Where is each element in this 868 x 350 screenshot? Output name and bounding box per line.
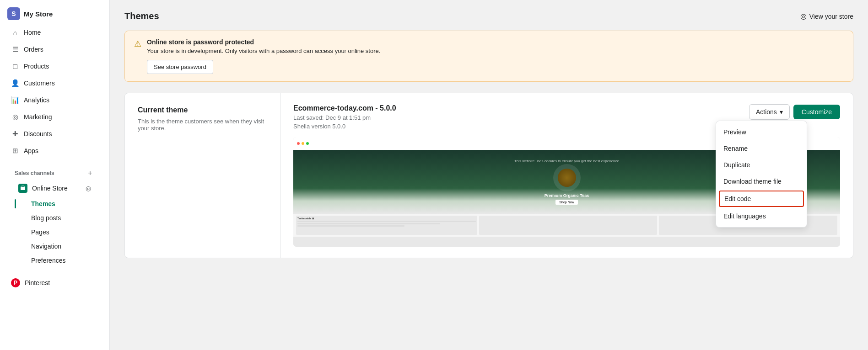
discounts-icon: ✚	[11, 130, 19, 138]
sub-nav-blog-posts[interactable]: Blog posts	[11, 211, 98, 225]
pinterest-item[interactable]: P Pinterest	[4, 275, 106, 291]
current-theme-info: Current theme This is the theme customer…	[125, 93, 280, 258]
current-theme-header: Current theme This is the theme customer…	[125, 93, 853, 258]
eye-icon-header: ◎	[800, 12, 807, 21]
view-store-link[interactable]: ◎ View your store	[800, 12, 853, 21]
current-theme-title: Current theme	[138, 106, 267, 114]
dropdown-edit-code[interactable]: Edit code	[719, 191, 804, 207]
dropdown-edit-languages-label: Edit languages	[723, 212, 766, 220]
theme-info: Ecommerce-today.com - 5.0.0 Last saved: …	[293, 104, 396, 130]
actions-label: Actions	[756, 108, 777, 116]
preview-cta: Shop Now	[555, 200, 577, 205]
sub-nav-blog-posts-label: Blog posts	[31, 214, 61, 222]
theme-last-saved: Last saved: Dec 9 at 1:51 pm	[293, 114, 396, 121]
theme-actions: Actions ▾ Customize	[749, 104, 840, 120]
alert-description: Your store is in development. Only visit…	[147, 48, 380, 54]
sidebar-item-customers-label: Customers	[24, 80, 55, 87]
dropdown-download[interactable]: Download theme file	[716, 173, 807, 190]
main-content: Themes ◎ View your store ⚠ Online store …	[110, 0, 868, 350]
dropdown-edit-code-label: Edit code	[724, 195, 751, 202]
add-channel-button[interactable]: +	[86, 169, 95, 178]
sub-nav-preferences-label: Preferences	[31, 257, 65, 264]
sidebar-item-analytics-label: Analytics	[24, 96, 49, 104]
sidebar-item-customers[interactable]: 👤 Customers	[4, 75, 106, 91]
sidebar-item-orders-label: Orders	[24, 46, 43, 53]
preview-dot-green	[306, 142, 309, 145]
theme-name: Ecommerce-today.com - 5.0.0	[293, 104, 396, 112]
sidebar-item-analytics[interactable]: 📊 Analytics	[4, 92, 106, 108]
current-theme-section: Current theme This is the theme customer…	[124, 93, 853, 258]
customize-button[interactable]: Customize	[793, 105, 840, 119]
actions-button[interactable]: Actions ▾	[749, 104, 790, 120]
preview-dot-yellow	[302, 142, 304, 145]
sidebar-item-home-label: Home	[24, 29, 41, 36]
sidebar-item-products[interactable]: ◻ Products	[4, 58, 106, 74]
customers-icon: 👤	[11, 79, 19, 87]
actions-dropdown: Preview Rename Duplicate Download theme …	[716, 121, 807, 228]
sub-nav-navigation-label: Navigation	[31, 243, 61, 250]
current-theme-desc: This is the theme customers see when the…	[138, 118, 267, 132]
dropdown-rename-label: Rename	[723, 145, 748, 152]
sidebar-item-apps-label: Apps	[24, 147, 38, 154]
sidebar-item-apps[interactable]: ⊞ Apps	[4, 143, 106, 159]
orders-icon: ☰	[11, 45, 19, 53]
main-nav: ⌂ Home ☰ Orders ◻ Products 👤 Customers 📊…	[0, 24, 109, 159]
sub-nav-themes[interactable]: Themes	[11, 197, 98, 211]
sidebar-item-discounts-label: Discounts	[24, 130, 52, 138]
apps-icon: ⊞	[11, 147, 19, 155]
sub-nav-pages-label: Pages	[31, 228, 49, 236]
store-name: My Store	[24, 10, 53, 18]
page-header: Themes ◎ View your store	[124, 11, 853, 21]
current-theme-card: Ecommerce-today.com - 5.0.0 Last saved: …	[280, 93, 853, 258]
dropdown-rename[interactable]: Rename	[716, 140, 807, 157]
analytics-icon: 📊	[11, 96, 19, 104]
preview-dot-red	[297, 142, 300, 145]
sub-nav-navigation[interactable]: Navigation	[11, 239, 98, 253]
eye-icon: ◎	[86, 185, 91, 192]
svg-rect-0	[21, 187, 25, 190]
dropdown-duplicate-label: Duplicate	[723, 161, 750, 169]
sales-channels-section: Sales channels + Online Store ◎ Themes B…	[7, 165, 102, 268]
alert-content: Online store is password protected Your …	[147, 38, 380, 74]
sidebar-item-marketing[interactable]: ◎ Marketing	[4, 109, 106, 125]
dropdown-preview-label: Preview	[723, 128, 746, 136]
warning-icon: ⚠	[134, 39, 141, 49]
preview-subtitle: This website uses cookies to ensure you …	[514, 159, 619, 163]
sidebar-item-discounts[interactable]: ✚ Discounts	[4, 126, 106, 142]
chevron-down-icon: ▾	[780, 108, 783, 116]
dropdown-edit-languages[interactable]: Edit languages	[716, 208, 807, 224]
page-title: Themes	[124, 11, 159, 21]
online-store-item[interactable]: Online Store ◎	[11, 180, 98, 196]
sales-channels-label: Sales channels	[15, 170, 54, 176]
sidebar-item-home[interactable]: ⌂ Home	[4, 24, 106, 41]
preview-testimonials-label: Testimonials ⊞	[297, 217, 476, 220]
online-store-icon	[18, 184, 27, 193]
dropdown-duplicate[interactable]: Duplicate	[716, 157, 807, 173]
view-store-label: View your store	[809, 13, 853, 20]
sidebar-item-products-label: Products	[24, 63, 49, 70]
sidebar-item-marketing-label: Marketing	[24, 113, 52, 121]
sub-nav-preferences[interactable]: Preferences	[11, 254, 98, 267]
alert-title: Online store is password protected	[147, 38, 380, 46]
preview-bowl	[553, 164, 581, 191]
sidebar-item-orders[interactable]: ☰ Orders	[4, 41, 106, 58]
preview-hero-text: Premium Organic Teas	[545, 193, 589, 198]
marketing-icon: ◎	[11, 113, 19, 121]
shop-icon: S	[7, 7, 20, 20]
alert-banner: ⚠ Online store is password protected You…	[124, 31, 853, 82]
sidebar: S My Store ⌂ Home ☰ Orders ◻ Products 👤 …	[0, 0, 110, 350]
products-icon: ◻	[11, 62, 19, 70]
sub-nav-pages[interactable]: Pages	[11, 225, 98, 239]
home-icon: ⌂	[11, 28, 19, 37]
sub-nav-themes-label: Themes	[31, 200, 55, 207]
pinterest-icon: P	[11, 278, 20, 287]
see-password-button[interactable]: See store password	[147, 60, 213, 74]
dropdown-download-label: Download theme file	[723, 178, 782, 185]
online-store-label: Online Store	[32, 185, 81, 192]
sidebar-logo: S My Store	[0, 0, 109, 24]
pinterest-label: Pinterest	[25, 279, 50, 286]
theme-version: Shella version 5.0.0	[293, 123, 396, 130]
dropdown-preview[interactable]: Preview	[716, 124, 807, 140]
sales-channels-header: Sales channels +	[7, 165, 102, 180]
